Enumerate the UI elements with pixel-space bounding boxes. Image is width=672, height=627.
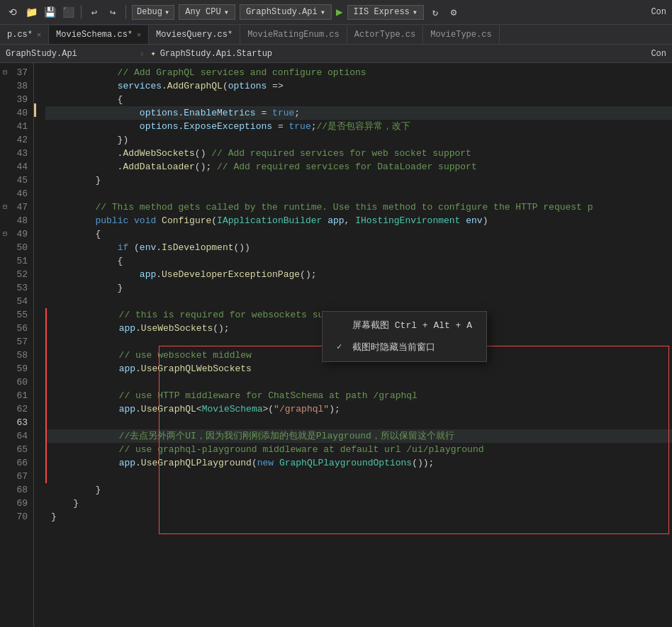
- code-line-50: if (env.IsDevelopment()): [45, 241, 672, 254]
- code-line-61: // use HTTP middleware for ChatSchema at…: [45, 389, 672, 402]
- tab-movie-schema-close[interactable]: ✕: [137, 30, 141, 39]
- ln-59: 59: [0, 362, 33, 375]
- tab-movie-rating[interactable]: MovieRatingEnum.cs: [240, 26, 347, 44]
- tab-p-cs-close[interactable]: ✕: [37, 30, 41, 39]
- con-label: Con: [651, 7, 666, 17]
- context-menu-item-hide[interactable]: ✓ 截图时隐藏当前窗口: [323, 337, 486, 358]
- ln-68: 68: [0, 483, 33, 497]
- code-line-60: [45, 375, 672, 389]
- ln-52: 52: [0, 268, 33, 281]
- code-line-62: app.UseGraphQL<MovieSchema>("/graphql");: [45, 402, 672, 416]
- code-line-47: // This method gets called by the runtim…: [45, 200, 672, 214]
- code-line-59: app.UseGraphQLWebSockets: [45, 362, 672, 375]
- change-marker-40: [34, 103, 36, 117]
- tab-movie-rating-label: MovieRatingEnum.cs: [247, 30, 340, 40]
- ln-53: 53: [0, 281, 33, 295]
- tab-movies-query[interactable]: MoviesQuery.cs*: [149, 26, 240, 44]
- code-line-45: }: [45, 174, 672, 187]
- ln-41: 41: [0, 120, 33, 133]
- ln-48: 48: [0, 214, 33, 227]
- code-line-67: [45, 470, 672, 483]
- debug-dropdown[interactable]: Debug ▾: [132, 5, 174, 20]
- code-line-70: }: [45, 510, 672, 524]
- collapse-49[interactable]: ⊟: [3, 227, 7, 241]
- code-content[interactable]: // Add GraphQL services and configure op…: [45, 63, 672, 627]
- project-arrow: ▾: [320, 7, 325, 18]
- tab-movie-type-label: MovieType.cs: [430, 30, 491, 40]
- ln-43: 43: [0, 147, 33, 160]
- addr-breadcrumb: ✦ GraphStudy.Api.Startup: [150, 48, 272, 59]
- ln-63: 63: [0, 416, 33, 429]
- code-line-63: [45, 416, 672, 429]
- code-area: ⊟37 38 39 40 41 42 43 44 45 46 ⊟47 48 ⊟4…: [0, 63, 672, 627]
- addr-breadcrumb-text: GraphStudy.Api.Startup: [160, 49, 272, 59]
- code-line-41: options.ExposeExceptions = true;//是否包容异常…: [45, 120, 672, 133]
- toolbar-sep-2: [125, 5, 126, 19]
- code-line-40: options.EnableMetrics = true;: [45, 106, 672, 120]
- toolbar-icon-extra[interactable]: ⚙: [447, 5, 461, 19]
- ln-60: 60: [0, 375, 33, 389]
- code-line-65: // use graphql-playground middleware at …: [45, 443, 672, 456]
- ln-67: 67: [0, 470, 33, 483]
- play-icon[interactable]: ▶: [336, 5, 343, 19]
- code-line-54: [45, 295, 672, 308]
- ln-37: ⊟37: [0, 66, 33, 79]
- toolbar-icon-4[interactable]: ⬛: [61, 5, 75, 19]
- ln-58: 58: [0, 349, 33, 362]
- iis-dropdown[interactable]: IIS Express ▾: [347, 5, 424, 20]
- project-dropdown[interactable]: GraphStudy.Api ▾: [240, 4, 332, 20]
- code-line-38: services.AddGraphQL(options =>: [45, 79, 672, 93]
- ln-70: 70: [0, 510, 33, 524]
- ln-50: 50: [0, 241, 33, 254]
- context-menu-hide-label: 截图时隐藏当前窗口: [352, 341, 435, 354]
- context-menu-screenshot-label: 屏幕截图 Ctrl + Alt + A: [352, 319, 472, 332]
- redo-icon[interactable]: ↪: [106, 5, 120, 19]
- code-line-39: {: [45, 93, 672, 106]
- ln-57: 57: [0, 335, 33, 349]
- address-bar: GraphStudy.Api › ✦ GraphStudy.Api.Startu…: [0, 45, 672, 63]
- collapse-47[interactable]: ⊟: [3, 200, 7, 214]
- code-line-37: // Add GraphQL services and configure op…: [45, 66, 672, 79]
- ln-64: 64: [0, 429, 33, 443]
- addr-con: Con: [651, 49, 666, 59]
- collapse-37[interactable]: ⊟: [3, 66, 7, 79]
- gutter: [34, 63, 45, 627]
- iis-label: IIS Express: [354, 7, 410, 17]
- tab-actor-type[interactable]: ActorType.cs: [347, 26, 423, 44]
- tab-movie-type[interactable]: MovieType.cs: [423, 26, 499, 44]
- toolbar-icon-3[interactable]: 💾: [43, 5, 57, 19]
- undo-icon[interactable]: ↩: [87, 5, 101, 19]
- toolbar-icon-2[interactable]: 📁: [24, 5, 38, 19]
- cpu-dropdown[interactable]: Any CPU ▾: [179, 4, 235, 20]
- ln-40: 40: [0, 106, 33, 120]
- ln-66: 66: [0, 456, 33, 470]
- ln-55: 55: [0, 308, 33, 322]
- ln-45: 45: [0, 174, 33, 187]
- tab-movie-schema[interactable]: MovieSchema.cs* ✕: [49, 26, 149, 44]
- iis-arrow: ▾: [413, 7, 418, 18]
- code-line-43: .AddWebSockets() // Add required service…: [45, 147, 672, 160]
- code-line-49: {: [45, 227, 672, 241]
- toolbar-sep-1: [81, 5, 82, 19]
- refresh-icon[interactable]: ↻: [428, 5, 442, 19]
- ln-51: 51: [0, 254, 33, 268]
- ln-61: 61: [0, 389, 33, 402]
- cpu-label: Any CPU: [185, 7, 220, 17]
- project-label: GraphStudy.Api: [246, 7, 318, 17]
- toolbar: ⟲ 📁 💾 ⬛ ↩ ↪ Debug ▾ Any CPU ▾ GraphStudy…: [0, 0, 672, 25]
- tab-p-cs[interactable]: p.cs* ✕: [0, 26, 49, 44]
- tab-bar: p.cs* ✕ MovieSchema.cs* ✕ MoviesQuery.cs…: [0, 25, 672, 45]
- code-line-64: //去点另外两个UI，因为我们刚刚添加的包就是Playground，所以保留这个…: [45, 429, 672, 443]
- ln-54: 54: [0, 295, 33, 308]
- ln-38: 38: [0, 79, 33, 93]
- code-line-53: }: [45, 281, 672, 295]
- code-line-44: .AddDataLoader(); // Add required servic…: [45, 160, 672, 174]
- ln-49: ⊟49: [0, 227, 33, 241]
- ln-47: ⊟47: [0, 200, 33, 214]
- context-menu-item-screenshot[interactable]: 屏幕截图 Ctrl + Alt + A: [323, 315, 486, 337]
- toolbar-icon-1[interactable]: ⟲: [6, 5, 20, 19]
- addr-project: GraphStudy.Api: [6, 49, 133, 59]
- code-line-52: app.UseDeveloperExceptionPage();: [45, 268, 672, 281]
- code-line-69: }: [45, 497, 672, 510]
- code-line-51: {: [45, 254, 672, 268]
